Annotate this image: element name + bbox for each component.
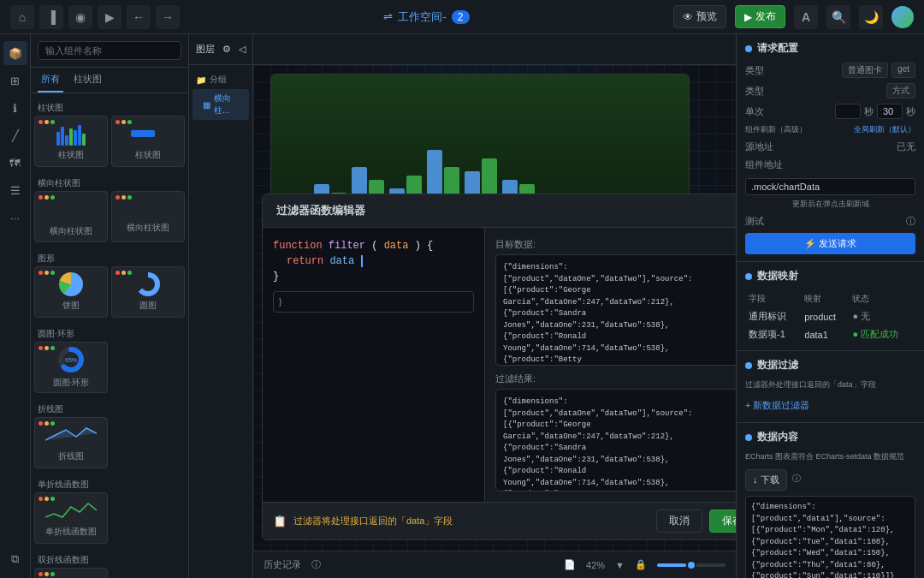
- search-input[interactable]: [38, 41, 181, 60]
- chevron-down-icon[interactable]: ▼: [615, 560, 625, 570]
- comp-hbar2-label: 横向柱状图: [127, 222, 169, 234]
- col-field: 字段: [745, 290, 801, 307]
- zoom-slider[interactable]: [657, 563, 726, 567]
- time-input2[interactable]: [877, 104, 903, 119]
- play-icon[interactable]: ▶: [98, 5, 121, 29]
- workspace-num: 2: [452, 10, 470, 24]
- comp-single-line[interactable]: 单折线函数图: [34, 492, 108, 544]
- cancel-button[interactable]: 取消: [656, 509, 702, 533]
- method-value: 方式: [886, 83, 915, 98]
- group-title-bar: 柱状图: [34, 98, 185, 116]
- code-line-1: function filter ( data ) {: [273, 238, 474, 253]
- search-icon[interactable]: 🔍: [826, 5, 850, 29]
- download-button[interactable]: ↓ 下载: [745, 469, 787, 491]
- preview-button[interactable]: 👁 预览: [673, 5, 726, 28]
- code-line-3: }: [273, 269, 474, 284]
- path-row: 组件地址: [745, 158, 915, 195]
- layer-collapse-icon[interactable]: ◁: [239, 44, 246, 55]
- time-row: 单次 秒 秒: [745, 104, 915, 119]
- comp-single-label: 单折线函数图: [45, 526, 97, 538]
- download-help: ⓘ: [792, 473, 801, 485]
- comp-pie2[interactable]: 圆图: [111, 266, 185, 318]
- iconbar-layer[interactable]: ⊞: [3, 69, 27, 92]
- target-data-section: 目标数据: {"dimensions":["product","dataOne"…: [495, 238, 736, 366]
- chart-icon[interactable]: ▐: [39, 5, 63, 29]
- mapping-2: data1: [801, 325, 849, 343]
- field-2: 数据项-1: [745, 325, 801, 343]
- table-row: 数据项-1 data1 ● 匹配成功: [745, 325, 915, 343]
- mini-bar-chart: [56, 122, 86, 146]
- publish-button[interactable]: ▶ 发布: [735, 5, 785, 28]
- group-title-double: 双折线函数图: [34, 551, 185, 568]
- table-row: 通用标识 product ● 无: [745, 307, 915, 325]
- layer-header: 图层 ⚙ ◁: [189, 34, 252, 65]
- test-request-button[interactable]: ⚡ 发送请求: [745, 233, 915, 254]
- send-icon: ▶: [744, 11, 752, 23]
- comp-double-line[interactable]: 双折线函数图: [34, 568, 108, 578]
- chart-icon-layer: ▦: [203, 100, 210, 110]
- hbar2-visual: [141, 200, 155, 218]
- content-header: 数据内容: [745, 430, 915, 444]
- widget-icon[interactable]: ◉: [68, 5, 92, 29]
- history-icon[interactable]: ⓘ: [311, 558, 321, 571]
- comp-pie-label: 饼图: [62, 300, 80, 312]
- group-title-ring: 圆图·环形: [34, 325, 185, 342]
- comp-bar-chart[interactable]: 柱状图: [34, 116, 108, 167]
- code-note: }: [273, 291, 474, 313]
- tab-bar[interactable]: 柱状图: [70, 68, 105, 92]
- time-input[interactable]: [835, 104, 861, 119]
- history-label: 历史记录: [264, 558, 301, 571]
- iconbar-widget[interactable]: ⧉: [3, 547, 27, 571]
- comp-line-label: 折线图: [58, 450, 84, 462]
- code-area: function filter ( data ) { return data: [273, 238, 474, 284]
- time-unit: 秒: [864, 105, 874, 118]
- avatar[interactable]: [891, 6, 914, 28]
- time-label: 单次: [745, 105, 764, 118]
- layer-settings-icon[interactable]: ⚙: [222, 44, 231, 55]
- type-value: 普通图卡: [842, 63, 888, 78]
- type-row: 类型 普通图卡 get: [745, 63, 915, 78]
- status-1: ● 无: [849, 307, 915, 325]
- comp-ring[interactable]: 65% 圆图·环形: [34, 342, 108, 393]
- layer-item-group[interactable]: 📁 分组: [192, 70, 249, 89]
- col-mapping: 映射: [801, 290, 849, 307]
- status-visual: [131, 122, 165, 146]
- lock-icon[interactable]: 🔒: [635, 559, 647, 570]
- comp-items-ring: 65% 圆图·环形: [34, 342, 185, 393]
- workspace-label: ⇌ 工作空间- 2: [383, 9, 469, 25]
- forward-icon[interactable]: →: [156, 5, 180, 29]
- comp-hbar-chart[interactable]: 横向柱状图: [34, 191, 108, 242]
- status-2: ● 匹配成功: [849, 325, 915, 343]
- folder-icon: 📁: [196, 75, 206, 85]
- comp-items-line: 折线图: [34, 417, 185, 468]
- page-icon: 📄: [564, 559, 576, 570]
- test-help: ⓘ: [906, 215, 915, 228]
- content-notice: ECharts 图表需符合 ECharts-setdata 数据规范: [745, 451, 915, 462]
- dialog-body: function filter ( data ) { return data: [263, 228, 736, 502]
- method-label: 类型: [745, 85, 764, 98]
- data-source-section: 请求配置 类型 普通图卡 get 类型 方式 单次 秒 秒: [737, 34, 924, 262]
- layer-item-bar[interactable]: ▦ 横向柱...: [192, 89, 249, 120]
- datasource-header: 请求配置: [745, 41, 915, 56]
- back-icon[interactable]: ←: [127, 5, 151, 29]
- path-input[interactable]: [745, 178, 915, 195]
- iconbar-map[interactable]: 🗺: [3, 151, 27, 175]
- zoom-fill: [657, 563, 686, 567]
- comp-line-chart[interactable]: 折线图: [34, 417, 108, 468]
- tab-all[interactable]: 所有: [38, 68, 63, 92]
- moon-icon[interactable]: 🌙: [859, 5, 883, 29]
- iconbar-list[interactable]: ☰: [3, 178, 27, 202]
- save-button[interactable]: 保存: [709, 509, 736, 533]
- comp-pie-chart[interactable]: 饼图: [34, 266, 108, 318]
- right-panel: 请求配置 类型 普通图卡 get 类型 方式 单次 秒 秒: [736, 34, 924, 578]
- iconbar-line[interactable]: ╱: [3, 123, 27, 147]
- iconbar-more[interactable]: ···: [3, 206, 27, 229]
- comp-hbar2[interactable]: 横向柱状图: [111, 191, 185, 242]
- code-line-2: return data: [273, 253, 474, 269]
- iconbar-info[interactable]: ℹ: [3, 96, 27, 120]
- comp-status-chart[interactable]: 柱状图: [111, 116, 185, 167]
- translate-icon[interactable]: A: [794, 5, 818, 29]
- home-icon[interactable]: ⌂: [10, 5, 34, 29]
- iconbar-component[interactable]: 📦: [3, 41, 27, 65]
- add-filter-button[interactable]: + 新数据过滤器: [745, 396, 915, 415]
